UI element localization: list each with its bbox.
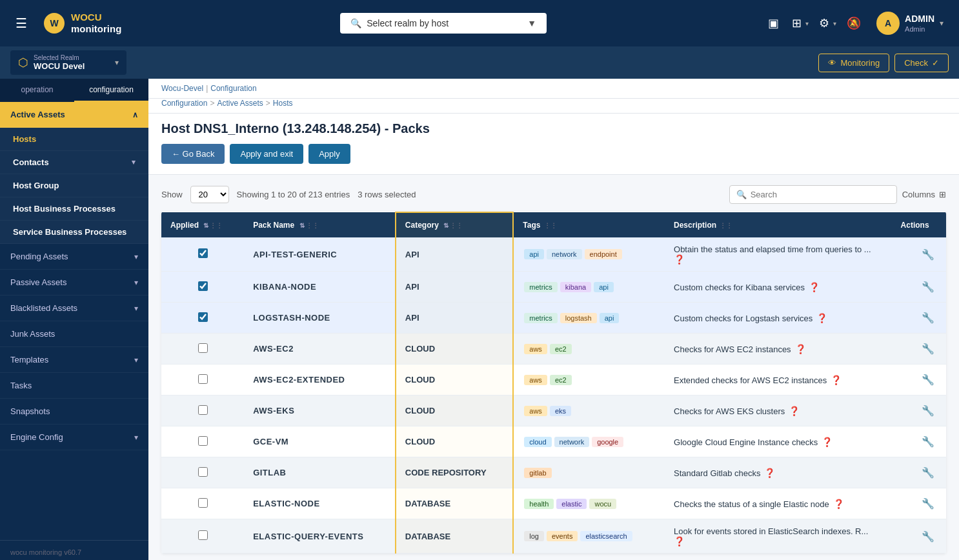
search-input[interactable]	[751, 190, 890, 199]
wrench-icon[interactable]: 🔧	[919, 495, 937, 512]
breadcrumb-hosts[interactable]: Hosts	[273, 99, 293, 108]
sidebar-item-tasks[interactable]: Tasks	[0, 373, 148, 399]
help-icon[interactable]: ❓	[674, 243, 873, 266]
wrench-icon[interactable]: 🔧	[919, 246, 937, 263]
monitoring-button[interactable]: 👁 Monitoring	[818, 54, 889, 72]
wrench-icon[interactable]: 🔧	[919, 309, 937, 326]
applied-checkbox[interactable]	[198, 436, 208, 446]
page-title: Host DNS1_Interno (13.248.148.254) - Pac…	[161, 121, 946, 136]
wrench-icon[interactable]: 🔧	[919, 464, 937, 481]
col-category: Category ⇅⋮⋮	[396, 212, 513, 237]
sidebar-item-junk-assets[interactable]: Junk Assets	[0, 321, 148, 347]
applied-cell	[161, 426, 244, 457]
go-back-button[interactable]: ← Go Back	[161, 144, 225, 164]
applied-checkbox[interactable]	[198, 343, 208, 353]
sidebar-item-templates[interactable]: Templates ▾	[0, 347, 148, 373]
table-toolbar: Show 20 50 100 Showing 1 to 20 of 213 en…	[161, 185, 946, 204]
settings-button[interactable]: ⚙ ▾	[816, 14, 836, 33]
help-icon[interactable]: ❓	[674, 525, 869, 548]
sidebar-item-blacklisted-assets[interactable]: Blacklisted Assets ▾	[0, 295, 148, 321]
realm-selector[interactable]: 🔍 Select realm by host ▼	[340, 13, 547, 34]
admin-role: Admin	[905, 25, 934, 34]
breadcrumb-active-assets[interactable]: Active Assets	[217, 99, 263, 108]
sidebar-sub-item-host-bp[interactable]: Host Business Processes	[0, 197, 148, 221]
tag: gitlab	[524, 468, 551, 478]
show-select[interactable]: 20 50 100	[190, 186, 229, 203]
wrench-icon[interactable]: 🔧	[919, 340, 937, 357]
category-cell: API	[396, 272, 513, 303]
help-icon[interactable]: ❓	[813, 312, 829, 325]
apply-and-exit-button[interactable]: Apply and exit	[230, 144, 303, 164]
sidebar-item-engine-config[interactable]: Engine Config ▾	[0, 425, 148, 450]
sub-header: ⬡ Selected Realm WOCU Devel ▾ 👁 Monitori…	[0, 46, 959, 79]
sidebar-item-passive-assets[interactable]: Passive Assets ▾	[0, 270, 148, 295]
tag: metrics	[524, 282, 557, 292]
wrench-icon[interactable]: 🔧	[919, 371, 937, 388]
help-icon[interactable]: ❓	[760, 466, 776, 479]
applied-cell	[161, 272, 244, 303]
monitor-button[interactable]: ▣	[765, 14, 782, 33]
sidebar-item-snapshots[interactable]: Snapshots	[0, 399, 148, 425]
description-cell: Extended checks for AWS EC2 instances ❓	[665, 365, 892, 395]
sidebar-sub-item-contacts[interactable]: Contacts▾	[0, 151, 148, 174]
realm-name: WOCU Devel	[34, 61, 85, 71]
sidebar-item-active-assets[interactable]: Active Assets ∧	[0, 102, 148, 128]
tag: api	[524, 249, 544, 259]
wrench-icon[interactable]: 🔧	[919, 528, 937, 545]
hamburger-button[interactable]: ☰	[10, 10, 32, 36]
admin-menu[interactable]: A ADMIN Admin ▾	[871, 9, 949, 37]
admin-name: ADMIN	[905, 13, 934, 25]
help-icon[interactable]: ❓	[827, 374, 843, 386]
realm-badge[interactable]: ⬡ Selected Realm WOCU Devel ▾	[10, 50, 126, 75]
sidebar-item-label: Snapshots	[10, 406, 50, 416]
logo-text: WOCU monitoring	[71, 12, 121, 35]
tab-configuration[interactable]: configuration	[74, 79, 148, 102]
table-row: AWS-EC2-EXTENDEDCLOUDawsec2Extended chec…	[161, 365, 946, 395]
applied-checkbox[interactable]	[198, 248, 208, 258]
pack-name-cell: API-TEST-GENERIC	[244, 237, 396, 272]
wrench-icon[interactable]: 🔧	[919, 402, 937, 419]
realm-badge-info: Selected Realm WOCU Devel	[34, 54, 85, 71]
wrench-icon[interactable]: 🔧	[919, 278, 937, 295]
wrench-icon[interactable]: 🔧	[919, 433, 937, 450]
tags-cell: awsec2	[513, 365, 665, 395]
applied-checkbox[interactable]	[198, 405, 208, 415]
description-cell: Checks for AWS EKS clusters ❓	[665, 395, 892, 426]
applied-checkbox[interactable]	[198, 467, 208, 477]
notifications-icon[interactable]: 🔕	[844, 14, 863, 33]
description-cell: Checks the status of a single Elastic no…	[665, 488, 892, 519]
help-icon[interactable]: ❓	[785, 405, 801, 417]
tag: wocu	[589, 499, 616, 509]
table-toolbar-right: 🔍 Columns ⊞	[729, 185, 946, 204]
chevron-down-icon: ▾	[805, 20, 809, 27]
applied-cell	[161, 303, 244, 334]
applied-checkbox[interactable]	[198, 498, 208, 508]
tasks-button[interactable]: ⊞ ▾	[789, 14, 809, 33]
table-row: ELASTIC-QUERY-EVENTSDATABASElogeventsela…	[161, 519, 946, 554]
check-button[interactable]: Check ✓	[894, 54, 949, 72]
data-table: Applied ⇅⋮⋮ Pack Name ⇅⋮⋮ Category ⇅⋮⋮ T…	[161, 212, 946, 554]
main-layout: operation configuration Active Assets ∧ …	[0, 79, 959, 560]
sidebar-sub-item-service-bp[interactable]: Service Business Processes	[0, 221, 148, 244]
sidebar-sub-item-host-group[interactable]: Host Group	[0, 174, 148, 197]
tags-cell: metricskibanaapi	[513, 272, 665, 303]
applied-checkbox[interactable]	[198, 312, 208, 322]
sidebar-item-pending-assets[interactable]: Pending Assets ▾	[0, 244, 148, 270]
help-icon[interactable]: ❓	[791, 343, 807, 355]
help-icon[interactable]: ❓	[818, 435, 834, 448]
applied-checkbox[interactable]	[198, 281, 208, 291]
breadcrumb-configuration-2[interactable]: Configuration	[161, 99, 207, 108]
sidebar-sub-item-hosts[interactable]: Hosts	[0, 128, 148, 151]
applied-checkbox[interactable]	[198, 530, 208, 540]
page-actions: ← Go Back Apply and exit Apply	[161, 144, 946, 164]
breadcrumb-configuration[interactable]: Configuration	[210, 84, 256, 93]
help-icon[interactable]: ❓	[805, 281, 821, 294]
breadcrumb-wocu-devel[interactable]: Wocu-Devel	[161, 84, 203, 93]
applied-checkbox[interactable]	[198, 374, 208, 384]
tab-operation[interactable]: operation	[0, 79, 74, 102]
tag: ec2	[550, 375, 572, 385]
help-icon[interactable]: ❓	[829, 497, 845, 510]
apply-button[interactable]: Apply	[308, 144, 350, 164]
sidebar-nav: Active Assets ∧ Hosts Contacts▾ Host Gro…	[0, 102, 148, 540]
columns-button[interactable]: Columns ⊞	[902, 190, 946, 199]
